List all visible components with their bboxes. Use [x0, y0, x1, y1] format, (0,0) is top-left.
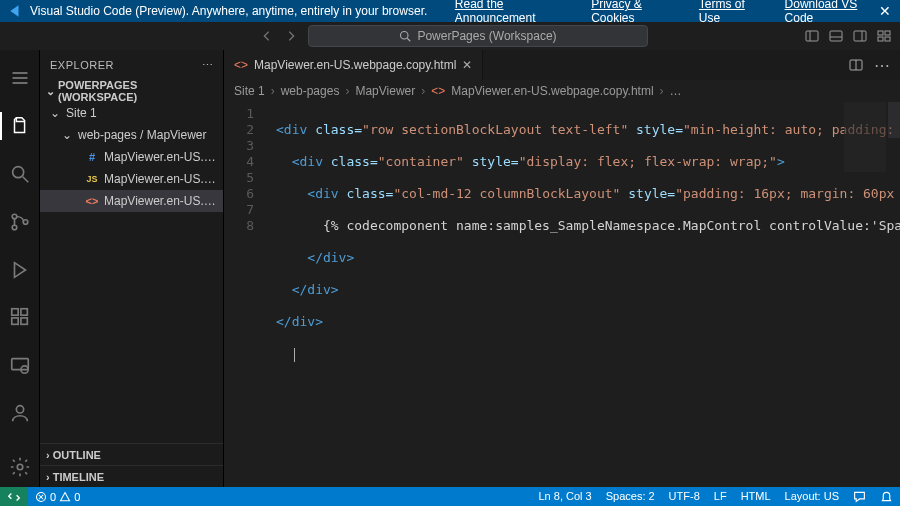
svg-rect-1	[806, 31, 818, 41]
status-encoding[interactable]: UTF-8	[662, 490, 707, 502]
chevron-right-icon: ›	[46, 471, 50, 483]
remote-indicator-icon[interactable]	[0, 487, 28, 506]
html-file-icon: <>	[84, 195, 100, 207]
title-bar: PowerPages (Workspace)	[0, 22, 900, 50]
activity-account-icon[interactable]	[0, 393, 40, 433]
status-problems[interactable]: 0 0	[28, 487, 87, 506]
svg-rect-7	[878, 31, 883, 35]
vertical-scrollbar[interactable]	[888, 102, 900, 138]
html-file-icon: <>	[234, 58, 248, 72]
js-file-icon: JS	[84, 174, 100, 184]
activity-explorer-icon[interactable]	[0, 106, 40, 146]
split-editor-icon[interactable]	[848, 57, 864, 73]
timeline-section-header[interactable]: › TIMELINE	[40, 465, 223, 487]
sidebar-more-icon[interactable]: ⋯	[202, 59, 214, 72]
svg-rect-8	[885, 31, 890, 35]
search-placeholder: PowerPages (Workspace)	[417, 29, 556, 43]
activity-extensions-icon[interactable]	[0, 297, 40, 337]
layout-customize-icon[interactable]	[876, 28, 892, 44]
svg-rect-19	[11, 309, 17, 315]
outline-section-header[interactable]: › OUTLINE	[40, 443, 223, 465]
activity-source-control-icon[interactable]	[0, 202, 40, 242]
chevron-down-icon: ⌄	[62, 128, 74, 142]
activity-bar	[0, 50, 40, 487]
status-bar: 0 0 Ln 8, Col 3 Spaces: 2 UTF-8 LF HTML …	[0, 487, 900, 506]
explorer-sidebar: EXPLORER ⋯ ⌄ POWERPAGES (WORKSPACE) ⌄ Si…	[40, 50, 224, 487]
text-cursor	[294, 348, 295, 362]
line-gutter: 12345678	[224, 102, 266, 487]
svg-rect-9	[878, 37, 883, 41]
status-spaces[interactable]: Spaces: 2	[599, 490, 662, 502]
chevron-down-icon: ⌄	[46, 85, 55, 98]
tree-file[interactable]: JS MapViewer.en-US.customj…	[40, 168, 223, 190]
css-file-icon: #	[84, 151, 100, 163]
svg-rect-5	[854, 31, 866, 41]
activity-settings-icon[interactable]	[0, 447, 40, 487]
layout-sidebar-left-icon[interactable]	[804, 28, 820, 44]
svg-line-15	[22, 176, 28, 182]
svg-rect-23	[11, 359, 28, 370]
nav-back-icon[interactable]	[258, 27, 276, 45]
status-layout[interactable]: Layout: US	[778, 490, 846, 502]
tree-folder-webpages[interactable]: ⌄ web-pages / MapViewer	[40, 124, 223, 146]
chevron-right-icon: ›	[46, 449, 50, 461]
editor-tabs: <> MapViewer.en-US.webpage.copy.html ✕ ⋯	[224, 50, 900, 80]
banner-close-icon[interactable]: ✕	[879, 3, 892, 19]
activity-menu-icon[interactable]	[0, 58, 40, 98]
tree-file[interactable]: # MapViewer.en-US.customc…	[40, 146, 223, 168]
code-editor[interactable]: 12345678 <div class="row sectionBlockLay…	[224, 102, 900, 487]
banner-text: Visual Studio Code (Preview). Anywhere, …	[30, 4, 427, 18]
nav-forward-icon[interactable]	[282, 27, 300, 45]
activity-run-debug-icon[interactable]	[0, 250, 40, 290]
layout-panel-icon[interactable]	[828, 28, 844, 44]
svg-rect-3	[830, 31, 842, 41]
status-language[interactable]: HTML	[734, 490, 778, 502]
html-file-icon: <>	[431, 84, 445, 98]
status-bell-icon[interactable]	[873, 490, 900, 503]
status-feedback-icon[interactable]	[846, 490, 873, 503]
sidebar-title: EXPLORER	[50, 59, 114, 71]
svg-point-14	[12, 166, 23, 177]
svg-rect-21	[20, 318, 26, 324]
status-eol[interactable]: LF	[707, 490, 734, 502]
chevron-down-icon: ⌄	[50, 106, 62, 120]
workspace-name: POWERPAGES (WORKSPACE)	[58, 79, 217, 103]
minimap[interactable]	[844, 102, 886, 172]
activity-remote-icon[interactable]	[0, 345, 40, 385]
svg-rect-20	[11, 318, 17, 324]
editor-more-icon[interactable]: ⋯	[874, 56, 890, 75]
tab-close-icon[interactable]: ✕	[462, 58, 472, 72]
layout-sidebar-right-icon[interactable]	[852, 28, 868, 44]
svg-point-26	[17, 464, 23, 470]
svg-rect-22	[20, 309, 26, 315]
tab-label: MapViewer.en-US.webpage.copy.html	[254, 58, 456, 72]
editor-tab[interactable]: <> MapViewer.en-US.webpage.copy.html ✕	[224, 50, 483, 80]
tree-folder-site[interactable]: ⌄ Site 1	[40, 102, 223, 124]
vscode-logo-icon	[8, 3, 22, 19]
svg-point-17	[12, 225, 17, 230]
tree-file[interactable]: <> MapViewer.en-US.webpag…	[40, 190, 223, 212]
activity-search-icon[interactable]	[0, 154, 40, 194]
svg-point-16	[12, 214, 17, 219]
editor-group: <> MapViewer.en-US.webpage.copy.html ✕ ⋯…	[224, 50, 900, 487]
breadcrumb[interactable]: Site 1› web-pages› MapViewer› <> MapView…	[224, 80, 900, 102]
workspace-section-header[interactable]: ⌄ POWERPAGES (WORKSPACE)	[40, 80, 223, 102]
command-center-search[interactable]: PowerPages (Workspace)	[308, 25, 648, 47]
svg-point-0	[401, 32, 409, 40]
svg-point-25	[16, 406, 23, 413]
svg-rect-10	[885, 37, 890, 41]
status-ln-col[interactable]: Ln 8, Col 3	[531, 490, 598, 502]
announcement-banner: Visual Studio Code (Preview). Anywhere, …	[0, 0, 900, 22]
